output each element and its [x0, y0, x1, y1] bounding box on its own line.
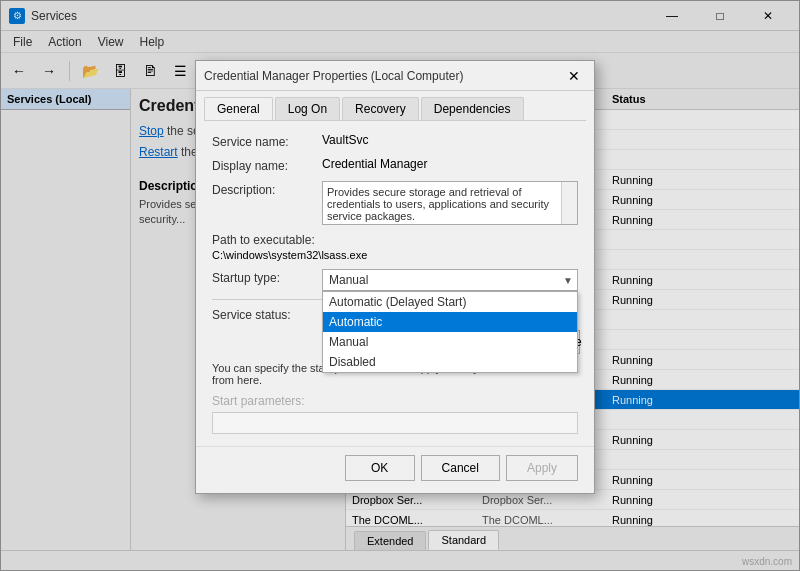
service-name-row: Service name: VaultSvc	[212, 133, 578, 149]
service-name-value: VaultSvc	[322, 133, 578, 147]
display-name-value: Credential Manager	[322, 157, 578, 171]
path-section: Path to executable: C:\windows\system32\…	[212, 233, 578, 261]
start-params-input[interactable]	[212, 412, 578, 434]
service-status-label: Service status:	[212, 308, 322, 322]
dialog-close-button[interactable]: ✕	[562, 64, 586, 88]
dialog-tab-dependencies[interactable]: Dependencies	[421, 97, 524, 120]
startup-option[interactable]: Automatic (Delayed Start)	[323, 292, 577, 312]
dialog-tabs: General Log On Recovery Dependencies	[196, 91, 594, 120]
startup-option[interactable]: Automatic	[323, 312, 577, 332]
start-params-label: Start parameters:	[212, 394, 578, 408]
startup-option[interactable]: Disabled	[323, 352, 577, 372]
description-area: Provides secure storage and retrieval of…	[322, 181, 578, 225]
dialog-tab-recovery[interactable]: Recovery	[342, 97, 419, 120]
startup-row: Startup type: Manual ▼ Automatic (Delaye…	[212, 269, 578, 291]
startup-dropdown-container: Manual ▼ Automatic (Delayed Start)Automa…	[322, 269, 578, 291]
modal-overlay: Credential Manager Properties (Local Com…	[0, 0, 800, 571]
display-name-label: Display name:	[212, 157, 322, 173]
dialog: Credential Manager Properties (Local Com…	[195, 60, 595, 494]
dropdown-arrow-icon: ▼	[563, 275, 573, 286]
display-name-row: Display name: Credential Manager	[212, 157, 578, 173]
description-label: Description:	[212, 181, 322, 197]
service-name-label: Service name:	[212, 133, 322, 149]
dialog-title-bar: Credential Manager Properties (Local Com…	[196, 61, 594, 91]
description-text: Provides secure storage and retrieval of…	[327, 186, 573, 222]
path-value: C:\windows\system32\lsass.exe	[212, 249, 578, 261]
startup-selected-value: Manual	[329, 273, 368, 287]
startup-dropdown[interactable]: Manual ▼	[322, 269, 578, 291]
dialog-body: Service name: VaultSvc Display name: Cre…	[196, 121, 594, 446]
startup-label: Startup type:	[212, 269, 322, 285]
description-scrollbar[interactable]	[561, 182, 577, 224]
cancel-button[interactable]: Cancel	[421, 455, 500, 481]
dialog-tab-logon[interactable]: Log On	[275, 97, 340, 120]
apply-button[interactable]: Apply	[506, 455, 578, 481]
description-row: Description: Provides secure storage and…	[212, 181, 578, 225]
dialog-title: Credential Manager Properties (Local Com…	[204, 69, 463, 83]
path-label: Path to executable:	[212, 233, 578, 247]
startup-options-list: Automatic (Delayed Start)AutomaticManual…	[322, 291, 578, 373]
startup-option[interactable]: Manual	[323, 332, 577, 352]
dialog-tab-general[interactable]: General	[204, 97, 273, 120]
ok-button[interactable]: OK	[345, 455, 415, 481]
dialog-footer: OK Cancel Apply	[196, 446, 594, 493]
